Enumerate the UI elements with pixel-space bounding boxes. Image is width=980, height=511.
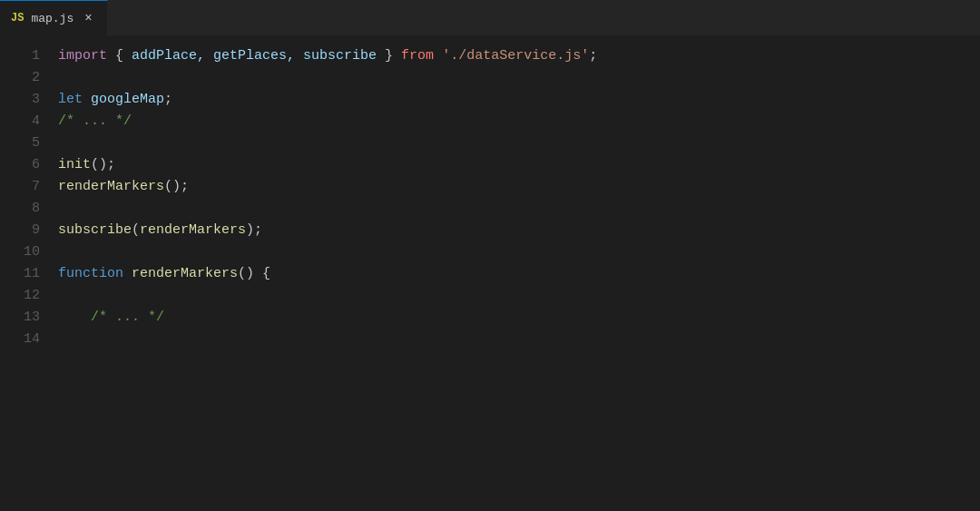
code-line [58, 285, 980, 307]
code-line [58, 329, 980, 350]
token-kw-let: let [58, 92, 83, 107]
code-line [58, 241, 980, 263]
js-file-icon: JS [11, 12, 24, 25]
code-line [58, 198, 980, 220]
token-plain [83, 92, 91, 107]
token-plain: (); [91, 157, 115, 172]
token-plain: (); [164, 179, 189, 194]
code-line: /* ... */ [58, 307, 980, 329]
token-identifier: googleMap [91, 92, 164, 107]
token-str: './dataService.js' [442, 48, 589, 64]
tab-filename: map.js [31, 12, 74, 25]
token-fn-name: subscribe [58, 222, 132, 238]
line-number: 7 [0, 176, 40, 198]
code-line [58, 67, 980, 89]
code-editor: 1234567891011121314 import { addPlace, g… [0, 36, 980, 511]
line-number: 4 [0, 111, 40, 133]
tab-bar: JS map.js × [0, 0, 980, 36]
code-line: init(); [58, 154, 980, 176]
token-fn-name: renderMarkers [132, 266, 238, 281]
line-number: 13 [0, 307, 40, 329]
line-number: 1 [0, 45, 40, 67]
editor-container: JS map.js × 1234567891011121314 import {… [0, 0, 980, 511]
token-fn-name: renderMarkers [58, 179, 164, 194]
code-line: subscribe(renderMarkers); [58, 220, 980, 241]
line-number: 2 [0, 67, 40, 89]
token-kw-import: import [58, 48, 107, 64]
token-kw-function: function [58, 266, 123, 281]
token-plain: } [377, 48, 401, 64]
line-number: 8 [0, 198, 40, 220]
line-number: 11 [0, 263, 40, 285]
code-line: import { addPlace, getPlaces, subscribe … [58, 45, 980, 67]
code-area[interactable]: import { addPlace, getPlaces, subscribe … [54, 45, 980, 502]
line-number: 6 [0, 154, 40, 176]
token-import-names: addPlace, getPlaces, subscribe [132, 48, 377, 64]
code-line: function renderMarkers() { [58, 263, 980, 285]
line-number: 14 [0, 329, 40, 350]
token-plain: { [107, 48, 132, 64]
tab-map-js[interactable]: JS map.js × [0, 0, 108, 35]
token-comment: /* ... */ [58, 113, 132, 129]
line-number: 5 [0, 133, 40, 154]
line-number: 3 [0, 89, 40, 111]
token-plain: ; [589, 48, 597, 64]
token-kw-from: from [401, 48, 434, 64]
line-number: 10 [0, 241, 40, 263]
code-line: let googleMap; [58, 89, 980, 111]
code-line: /* ... */ [58, 111, 980, 133]
token-plain [123, 266, 132, 281]
line-number: 12 [0, 285, 40, 307]
line-numbers: 1234567891011121314 [0, 45, 54, 502]
token-plain [434, 48, 442, 64]
token-fn-name: init [58, 157, 91, 172]
token-comment: /* ... */ [91, 310, 164, 325]
code-line [58, 133, 980, 154]
code-line: renderMarkers(); [58, 176, 980, 198]
tab-close-button[interactable]: × [81, 9, 95, 27]
token-plain: ; [164, 92, 172, 107]
token-plain: () { [238, 266, 270, 281]
token-plain: ); [246, 222, 262, 238]
token-fn-name: renderMarkers [140, 222, 246, 238]
token-plain: ( [132, 222, 140, 238]
line-number: 9 [0, 220, 40, 241]
token-plain [58, 310, 91, 325]
